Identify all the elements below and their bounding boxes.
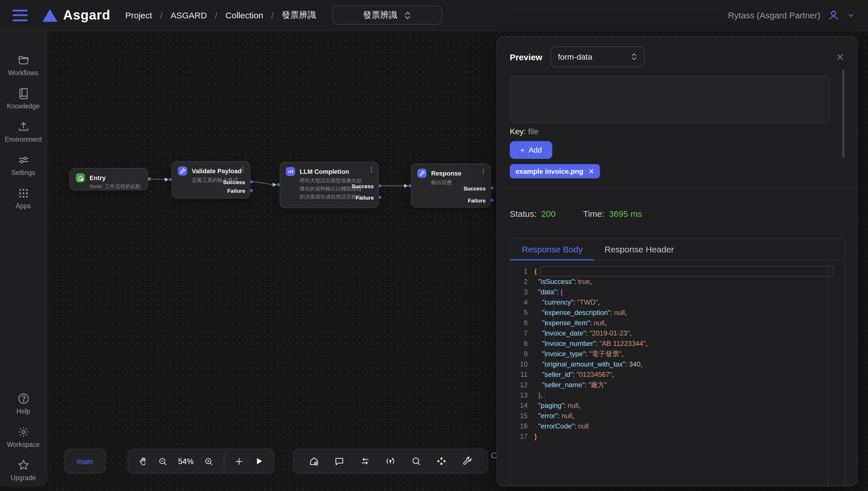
time-value: 3695 ms [609, 209, 642, 219]
code-line: 10 "original_amount_with_tax": 340, [510, 359, 844, 369]
code-line: 4 "currency": "TWD", [510, 297, 844, 308]
form-data-scroll-area[interactable] [510, 76, 830, 123]
body-type-select[interactable]: form-data [550, 47, 644, 67]
zoom-in-icon[interactable] [204, 456, 214, 466]
code-line: 13 }, [510, 390, 844, 400]
close-icon[interactable] [836, 53, 844, 61]
breadcrumb-collection[interactable]: Collection [225, 10, 263, 20]
node-output-success[interactable]: Success [464, 185, 486, 192]
node-output-success[interactable]: Success [223, 179, 245, 186]
breadcrumb-separator: / [271, 10, 274, 20]
add-node-icon[interactable] [235, 456, 244, 466]
branch-name: main [77, 457, 93, 465]
select-updown-icon [631, 53, 637, 61]
node-menu-icon[interactable] [480, 168, 487, 175]
node-menu-icon[interactable] [368, 166, 375, 173]
brand[interactable]: Asgard [43, 7, 110, 23]
status-label: Status: [510, 209, 537, 219]
panel-scrollbar[interactable] [842, 70, 844, 158]
code-line: 17} [510, 431, 844, 442]
code-line: 3 "data": { [510, 287, 844, 297]
node-response[interactable]: Response 輸出回應 Success Failure [411, 164, 491, 208]
user-chevron-down-icon[interactable] [847, 11, 856, 20]
node-menu-icon[interactable] [239, 166, 246, 173]
branch-button[interactable]: main [64, 449, 106, 474]
canvas-zoom-toolbar: 54% [128, 449, 274, 474]
sidebar-item-apps[interactable]: Apps [0, 181, 47, 214]
zoom-out-icon[interactable] [158, 456, 168, 466]
breadcrumb-asgard[interactable]: ASGARD [170, 10, 207, 20]
sidebar-item-help[interactable]: Help [0, 386, 47, 420]
sidebar-item-environment[interactable]: Environment [0, 115, 47, 148]
wrench-icon [417, 169, 427, 178]
sidebar-item-knowledge[interactable]: Knowledge [0, 82, 47, 115]
panel-section-divider [497, 187, 857, 187]
collection-select-value: 發票辨識 [363, 10, 397, 21]
node-title: Response [431, 169, 461, 178]
add-button-label: Add [528, 146, 542, 154]
node-title: LLM Completion [300, 167, 349, 176]
code-line: 12 "seller_name": "廠方" [510, 380, 844, 390]
rerun-icon[interactable] [385, 456, 396, 466]
breadcrumb-project[interactable]: Project [126, 10, 152, 20]
select-updown-icon [404, 11, 411, 19]
node-entry[interactable]: Entry Node: 工作流程的起點 [70, 168, 148, 191]
gear-icon [17, 425, 30, 438]
node-validate-payload[interactable]: Validate Payload 定義工具的輸入格式 Success Failu… [172, 161, 250, 199]
code-line: 6 "expense_item": null, [510, 318, 844, 328]
entry-node-icon [76, 173, 85, 182]
node-output-failure[interactable]: Failure [227, 187, 245, 195]
folder-icon [17, 54, 30, 66]
run-workflow-icon[interactable] [254, 457, 264, 466]
sidebar-item-workflows[interactable]: Workflows [0, 48, 47, 82]
code-line: 8 "invoice_number": "AB 11223344", [510, 339, 844, 349]
node-output-failure[interactable]: Failure [356, 195, 374, 201]
swap-arrows-icon[interactable] [360, 456, 370, 466]
code-line: 16 "errorCode": null [510, 421, 844, 431]
book-icon [17, 87, 30, 99]
user-menu[interactable]: Rytass (Asgard Partner) [728, 9, 856, 22]
file-chip[interactable]: example invoice.png ✕ [510, 164, 600, 178]
node-output-failure[interactable]: Failure [468, 197, 486, 204]
node-title: Validate Payload [192, 166, 242, 175]
brand-name: Asgard [63, 7, 110, 23]
pan-hand-icon[interactable] [138, 456, 148, 466]
key-label: Key: [510, 127, 526, 136]
breadcrumb: Project / ASGARD / Collection / 發票辨識 [126, 10, 316, 21]
sidebar-item-workspace[interactable]: Workspace [0, 420, 47, 453]
code-editor[interactable]: 1{2 "isSuccess": true,3 "data": {4 "curr… [510, 260, 844, 486]
sidebar-item-upgrade[interactable]: Upgrade [0, 453, 47, 486]
collection-select[interactable]: 發票辨識 [332, 6, 442, 25]
breadcrumb-separator: / [160, 10, 162, 20]
code-line: 11 "seller_id": "01234567", [510, 369, 844, 380]
response-tabs-container: Response Body Response Header 1{2 "isSuc… [510, 238, 845, 486]
code-line: 7 "invoice_date": "2019-01-23", [510, 328, 844, 339]
status-row: Status: 200 Time: 3695 ms [510, 209, 642, 219]
preview-panel-header: Preview form-data [510, 47, 844, 67]
node-output-success[interactable]: Success [352, 183, 374, 190]
sidebar-item-settings[interactable]: Settings [0, 148, 47, 181]
auto-layout-icon[interactable] [436, 456, 446, 466]
add-entry-node-icon[interactable] [308, 456, 319, 466]
body-type-value: form-data [558, 52, 592, 61]
user-avatar-icon[interactable] [827, 9, 840, 22]
chip-close-icon[interactable]: ✕ [589, 167, 594, 175]
search-icon[interactable] [411, 456, 421, 466]
code-line: 9 "invoice_type": "電子發票", [510, 349, 844, 359]
node-title: Entry [89, 173, 141, 182]
code-line: 14 "paging": null, [510, 400, 844, 411]
code-line: 2 "isSuccess": true, [510, 277, 844, 287]
form-key-row: Key: file [510, 127, 539, 136]
add-file-button[interactable]: + Add [510, 141, 552, 159]
node-llm-completion[interactable]: LLM Completion 呼叫大型語言模型並產生結構化的資料輸出以輔助流程的… [279, 162, 379, 208]
hamburger-menu-icon[interactable] [12, 9, 28, 21]
time-label: Time: [583, 209, 604, 219]
code-lines: 1{2 "isSuccess": true,3 "data": {4 "curr… [510, 266, 844, 442]
tab-response-body[interactable]: Response Body [510, 239, 594, 260]
star-icon [17, 459, 30, 471]
comment-icon[interactable] [334, 456, 345, 466]
wrench-tool-icon[interactable] [462, 456, 472, 466]
tab-response-header[interactable]: Response Header [594, 239, 684, 260]
code-line: 5 "expense_description": null, [510, 308, 844, 318]
key-value: file [528, 127, 539, 136]
